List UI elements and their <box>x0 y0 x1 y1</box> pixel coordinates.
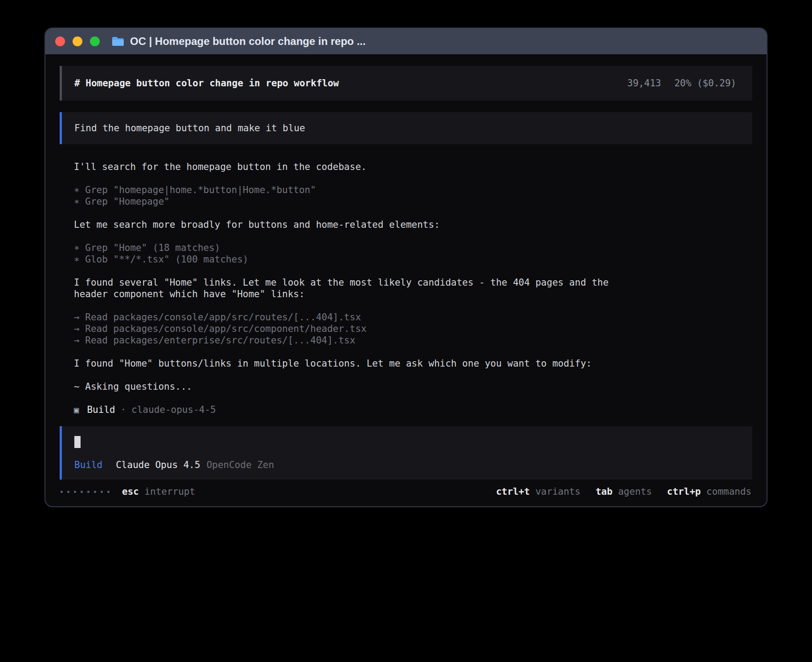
agent-model: claude-opus-4-5 <box>131 404 216 416</box>
transcript-line: ∗ Grep "Home" (18 matches) <box>74 242 752 254</box>
spinner-dot <box>94 491 96 493</box>
window-titlebar[interactable]: OC | Homepage button color change in rep… <box>45 28 767 54</box>
text-cursor <box>74 436 81 448</box>
status-bar: esc interrupt ctrl+t variantstab agentsc… <box>60 486 752 497</box>
spinner-dot <box>74 491 76 493</box>
terminal-content: # Homepage button color change in repo w… <box>45 54 767 506</box>
terminal-window: OC | Homepage button color change in rep… <box>45 28 767 507</box>
transcript-block-tool: ∗ Grep "homepage|home.*button|Home.*butt… <box>74 184 752 207</box>
spinner-dot <box>67 491 69 493</box>
minimize-button[interactable] <box>73 36 82 46</box>
session-header: # Homepage button color change in repo w… <box>60 66 752 101</box>
zoom-button[interactable] <box>90 36 100 46</box>
model-name: Claude Opus 4.5 <box>116 459 200 471</box>
user-message-text: Find the homepage button and make it blu… <box>74 122 305 134</box>
transcript-line: → Read packages/console/app/src/componen… <box>74 323 752 335</box>
transcript-line: → Read packages/console/app/src/routes/[… <box>74 311 752 323</box>
session-title: # Homepage button color change in repo w… <box>74 77 339 89</box>
shortcut-key: ctrl+p <box>667 486 701 497</box>
agent-mode-label[interactable]: Build <box>74 459 102 471</box>
shortcut-hint: tab agents <box>596 486 652 497</box>
folder-icon <box>111 36 125 47</box>
token-count: 39,413 <box>627 77 661 89</box>
shortcut-key: esc <box>122 486 139 497</box>
transcript-block-tool: → Read packages/console/app/src/routes/[… <box>74 311 752 346</box>
status-hints: ctrl+t variantstab agentsctrl+p commands <box>496 486 751 497</box>
user-message: Find the homepage button and make it blu… <box>60 112 752 144</box>
input-meta-row: Build Claude Opus 4.5 OpenCode Zen <box>74 459 740 471</box>
transcript-line: ~ Asking questions... <box>74 381 752 392</box>
transcript-block-text: I found several "Home" links. Let me loo… <box>74 277 752 300</box>
shortcut-label: interrupt <box>145 486 195 497</box>
transcript-block-tool: ∗ Grep "Home" (18 matches)∗ Glob "**/*.t… <box>74 242 752 265</box>
shortcut-key: tab <box>596 486 613 497</box>
transcript-block-text: I'll search for the homepage button in t… <box>74 161 752 173</box>
transcript-line: I found "Home" buttons/links in multiple… <box>74 358 639 369</box>
spinner-dots <box>61 491 110 493</box>
provider-name: OpenCode Zen <box>207 459 274 471</box>
shortcut-hint: ctrl+p commands <box>667 486 751 497</box>
session-stats: 39,413 20% ($0.29) <box>627 77 736 89</box>
spinner-dot <box>61 491 63 493</box>
agent-name: Build <box>87 404 115 416</box>
transcript: I'll search for the homepage button in t… <box>74 161 752 392</box>
transcript-line: Let me search more broadly for buttons a… <box>74 219 639 230</box>
transcript-line: I found several "Home" links. Let me loo… <box>74 277 639 300</box>
agent-separator: · <box>121 404 126 416</box>
shortcut-label: agents <box>618 486 652 497</box>
close-button[interactable] <box>55 36 65 46</box>
spinner-dot <box>87 491 89 493</box>
shortcut-key: ctrl+t <box>496 486 530 497</box>
window-title: OC | Homepage button color change in rep… <box>130 35 365 48</box>
transcript-line: ∗ Grep "Homepage" <box>74 196 752 207</box>
prompt-input[interactable]: Build Claude Opus 4.5 OpenCode Zen <box>60 426 752 480</box>
transcript-line: ∗ Glob "**/*.tsx" (100 matches) <box>74 254 752 265</box>
context-usage: 20% ($0.29) <box>674 77 736 89</box>
transcript-block-text: I found "Home" buttons/links in multiple… <box>74 358 752 369</box>
spinner-dot <box>101 491 103 493</box>
shortcut-hint: ctrl+t variants <box>496 486 581 497</box>
transcript-line: I'll search for the homepage button in t… <box>74 161 639 173</box>
spinner-dot <box>107 491 110 493</box>
agent-status-line: ▣ Build · claude-opus-4-5 <box>74 404 752 416</box>
agent-square-icon: ▣ <box>74 404 79 416</box>
transcript-line: ∗ Grep "homepage|home.*button|Home.*butt… <box>74 184 752 196</box>
spinner-dot <box>81 491 83 493</box>
shortcut-label: commands <box>706 486 751 497</box>
transcript-block-text: Let me search more broadly for buttons a… <box>74 219 752 230</box>
traffic-lights <box>55 36 100 46</box>
shortcut-label: variants <box>536 486 581 497</box>
interrupt-hint: esc interrupt <box>122 486 195 497</box>
transcript-line: → Read packages/enterprise/src/routes/[.… <box>74 335 752 346</box>
status-bar-left: esc interrupt <box>61 486 195 497</box>
transcript-block-status: ~ Asking questions... <box>74 381 752 392</box>
